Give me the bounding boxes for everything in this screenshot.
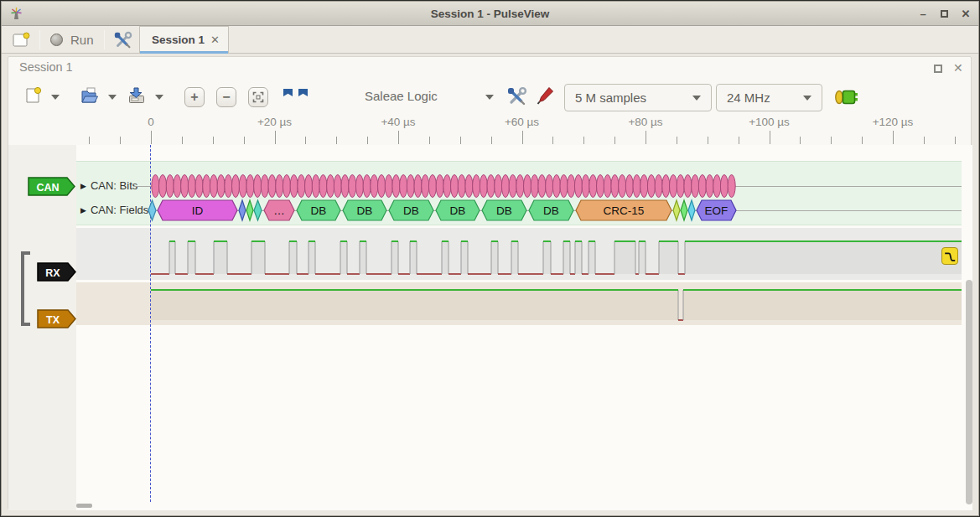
cursor-flags-icon <box>280 85 312 107</box>
save-dropdown-arrow[interactable] <box>155 95 163 100</box>
ruler-minor-tick <box>955 137 956 144</box>
minimize-button[interactable]: – <box>917 8 929 20</box>
device-dropdown-arrow[interactable] <box>485 95 494 100</box>
toolbar-separator <box>104 30 105 49</box>
decoder-row-fields-label: CAN: Fields <box>91 204 148 216</box>
ruler-minor-tick <box>120 137 121 144</box>
ruler-label: +120 µs <box>873 116 914 128</box>
ruler-major-tick <box>893 131 894 144</box>
add-decoder-button[interactable] <box>833 87 858 111</box>
device-selector[interactable]: Saleae Logic <box>365 89 438 103</box>
sample-count-select[interactable]: 5 M samples <box>564 84 712 111</box>
sample-rate-value: 24 MHz <box>727 90 770 105</box>
ruler-major-tick <box>398 131 399 144</box>
tx-band[interactable] <box>76 282 962 325</box>
ruler-minor-tick <box>739 137 739 144</box>
ruler-minor-tick <box>583 137 584 144</box>
trigger-marker[interactable] <box>941 247 958 265</box>
zoom-fit-icon <box>252 91 264 103</box>
sample-rate-select[interactable]: 24 MHz <box>716 84 822 111</box>
zoom-in-button[interactable]: + <box>184 87 205 107</box>
decoder-row-bits-label: CAN: Bits <box>91 179 137 192</box>
app-window: Session 1 - PulseView – ✕ Run <box>0 0 980 517</box>
rx-band[interactable] <box>76 228 962 280</box>
ruler-label: +60 µs <box>505 116 539 128</box>
time-zero-cursor[interactable] <box>150 145 151 502</box>
ruler-label: +20 µs <box>257 116 292 128</box>
show-cursors-button[interactable] <box>280 85 312 111</box>
trace-group-bracket[interactable] <box>21 251 30 326</box>
dock-close-button[interactable]: ✕ <box>953 61 963 75</box>
device-config-button[interactable] <box>506 85 529 111</box>
probe-icon <box>536 85 556 106</box>
chevron-down-icon <box>803 96 811 101</box>
tab-close-icon[interactable]: ✕ <box>210 27 220 53</box>
decoder-icon <box>833 87 858 107</box>
close-button[interactable]: ✕ <box>960 8 972 20</box>
ruler-minor-tick <box>708 137 708 144</box>
time-ruler[interactable]: 0+20 µs+40 µs+60 µs+80 µs+100 µs+120 µs <box>1 114 980 145</box>
ruler-minor-tick <box>460 137 461 144</box>
ruler-major-tick <box>770 131 770 144</box>
save-icon <box>127 85 147 106</box>
open-folder-icon <box>80 85 100 106</box>
tab-session-1[interactable]: Session 1 ✕ <box>139 26 229 54</box>
settings-button[interactable] <box>110 28 137 51</box>
new-session-button[interactable] <box>8 29 34 50</box>
ruler-minor-tick <box>924 137 925 144</box>
dock-float-button[interactable] <box>934 65 942 73</box>
ruler-minor-tick <box>552 137 553 144</box>
ruler-minor-tick <box>89 137 90 144</box>
ruler-major-tick <box>275 131 276 144</box>
ruler-label: +80 µs <box>628 116 662 128</box>
ruler-minor-tick <box>367 137 368 144</box>
decoder-row-fields[interactable]: ▶ CAN: Fields <box>80 204 148 216</box>
vertical-scrollbar[interactable] <box>966 280 972 504</box>
new-file-button[interactable] <box>23 85 43 109</box>
open-button[interactable] <box>80 85 100 109</box>
titlebar[interactable]: Session 1 - PulseView – ✕ <box>2 2 978 26</box>
ruler-major-tick <box>646 131 646 144</box>
new-file-dropdown-arrow[interactable] <box>51 95 60 100</box>
ruler-minor-tick <box>800 137 801 144</box>
ruler-minor-tick <box>614 137 615 144</box>
open-dropdown-arrow[interactable] <box>108 95 117 100</box>
new-session-icon <box>12 32 30 49</box>
ruler-minor-tick <box>491 137 492 144</box>
zoom-out-button[interactable]: − <box>216 87 236 107</box>
ruler-label: +100 µs <box>749 116 790 128</box>
ruler-minor-tick <box>831 137 832 144</box>
run-state-icon <box>50 34 63 46</box>
zoom-fit-button[interactable] <box>248 87 268 107</box>
tools-icon <box>506 85 529 107</box>
dock-title: Session 1 <box>19 60 73 74</box>
maximize-button[interactable] <box>941 10 948 18</box>
ruler-minor-tick <box>305 137 306 144</box>
ruler-minor-tick <box>429 137 430 144</box>
main-toolbar: Run Session 1 ✕ <box>2 26 978 54</box>
new-file-icon <box>23 85 43 106</box>
decoder-row-bits[interactable]: ▶ CAN: Bits <box>80 179 137 192</box>
expand-arrow-icon[interactable]: ▶ <box>80 206 86 215</box>
sample-count-value: 5 M samples <box>575 90 646 105</box>
ruler-label: +40 µs <box>381 116 415 128</box>
run-label: Run <box>70 33 94 47</box>
horizontal-scrollbar[interactable] <box>76 504 92 508</box>
channels-probe-button[interactable] <box>536 85 556 110</box>
ruler-minor-tick <box>336 137 337 144</box>
save-button[interactable] <box>127 85 147 109</box>
tools-icon <box>112 30 134 50</box>
tab-label: Session 1 <box>152 27 205 53</box>
falling-edge-icon <box>943 250 957 263</box>
expand-arrow-icon[interactable]: ▶ <box>80 182 86 190</box>
ruler-minor-tick <box>862 137 863 144</box>
toolbar-separator <box>39 30 40 49</box>
chevron-down-icon <box>692 96 701 101</box>
ruler-minor-tick <box>213 137 214 144</box>
run-button[interactable]: Run <box>45 29 99 50</box>
decoder-band[interactable] <box>76 161 962 225</box>
trace-label-gutter <box>8 145 76 510</box>
ruler-minor-tick <box>677 137 677 144</box>
ruler-label: 0 <box>148 116 154 128</box>
ruler-minor-tick <box>182 137 183 144</box>
